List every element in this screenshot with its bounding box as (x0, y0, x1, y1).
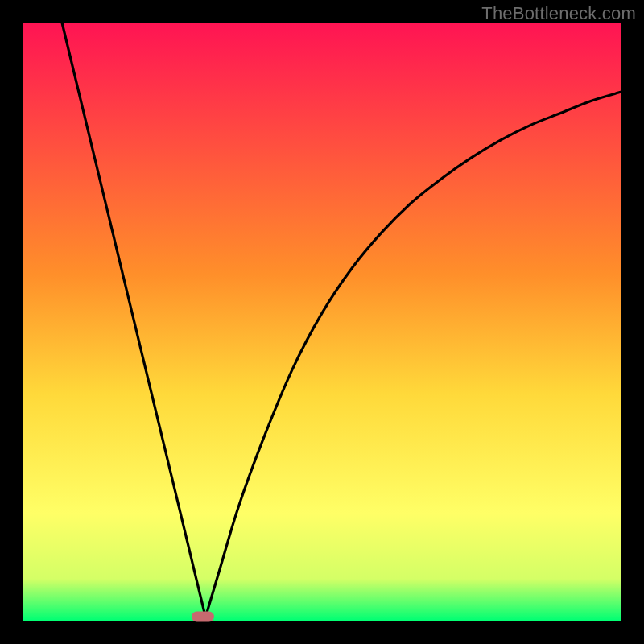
watermark-text: TheBottleneck.com (481, 3, 636, 24)
optimal-point-marker (192, 611, 214, 621)
bottleneck-curve (62, 23, 621, 617)
chart-plot (23, 23, 621, 621)
chart-frame (23, 23, 621, 621)
